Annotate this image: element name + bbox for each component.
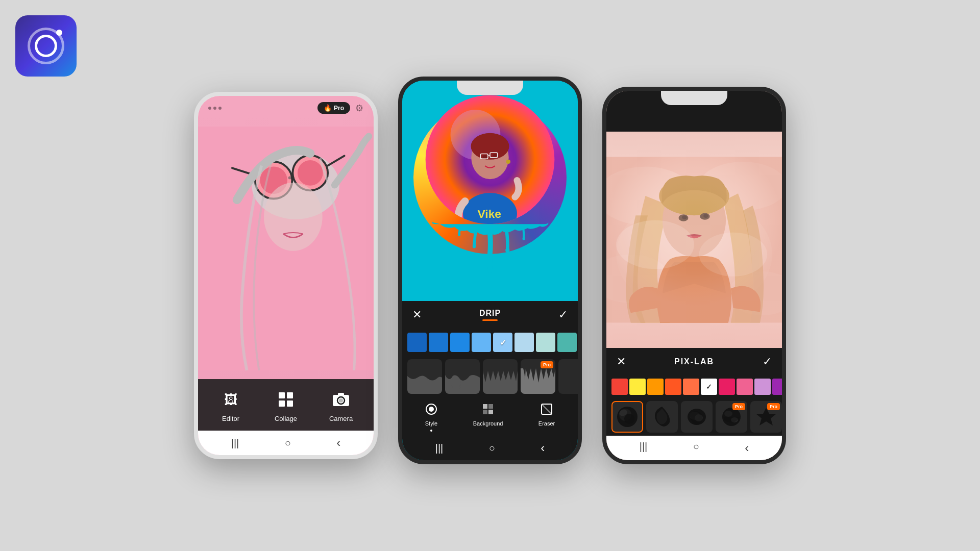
brush-thumb[interactable] [646,401,678,433]
color-swatch[interactable] [450,333,470,352]
color-swatch[interactable] [514,333,534,352]
editor-button[interactable]: 🖼 Editor [218,387,243,422]
pix-color-swatch[interactable] [683,379,699,395]
style-tool-icon [425,403,437,418]
settings-icon[interactable]: ⚙ [355,103,363,114]
phone-3: ✕ PIX-LAB ✓ [602,87,786,464]
phone2-nav: ||| ○ ‹ [402,436,578,460]
flame-icon: 🔥 [324,104,332,112]
active-indicator [430,430,432,432]
svg-rect-41 [488,404,493,409]
phone2-bottom-panel: ✕ DRIP ✓ [402,301,578,436]
style-tool[interactable]: Style [425,403,437,432]
pix-color-swatch-selected[interactable] [701,379,717,395]
style-thumb[interactable] [407,359,442,394]
editor-icon: 🖼 [218,387,243,412]
svg-rect-19 [338,393,344,396]
brush-thumb[interactable] [681,401,713,433]
phone3-nav: ||| ○ ‹ [606,436,782,460]
back-nav-icon[interactable]: ‹ [745,441,749,455]
style-tool-label: Style [425,420,437,427]
svg-point-18 [339,398,343,403]
pro-tag: Pro [767,403,780,410]
color-swatch[interactable] [557,333,577,352]
phones-container: 🔥 Pro ⚙ [0,0,980,551]
brush-thumb-selected[interactable] [611,401,643,433]
menu-nav-icon[interactable]: ||| [640,441,648,455]
pro-tag: Pro [732,403,745,410]
pixlab-color-row [606,375,782,398]
phone3-bottom-panel: ✕ PIX-LAB ✓ [606,348,782,436]
collage-button[interactable]: Collage [274,387,298,422]
svg-point-38 [429,407,434,412]
phone1-image [198,118,374,379]
svg-point-37 [458,233,460,236]
svg-point-34 [505,248,509,253]
color-swatch-selected[interactable] [493,333,512,352]
pixlab-brush-row: Pro Pro [606,398,782,436]
pix-color-swatch[interactable] [754,379,771,395]
color-swatch[interactable] [407,333,427,352]
phone1-nav: ||| ○ ‹ [198,431,374,455]
pro-label: Pro [334,105,344,112]
svg-point-60 [699,233,768,277]
phone3-image [606,132,782,348]
drip-close-button[interactable]: ✕ [412,308,422,321]
color-swatch[interactable] [472,333,491,352]
svg-point-36 [523,237,525,240]
eraser-tool[interactable]: Eraser [538,403,555,432]
menu-nav-icon[interactable]: ||| [435,442,444,454]
home-nav-icon[interactable]: ○ [489,442,495,454]
svg-point-63 [624,414,634,424]
drip-style-row: Pro Pro Pro [402,356,578,397]
drip-title: DRIP [479,309,501,318]
color-swatch[interactable] [429,333,448,352]
phone2-notch [457,81,523,95]
back-nav-icon[interactable]: ‹ [541,441,545,455]
color-swatch[interactable] [536,333,555,352]
svg-point-11 [264,183,323,251]
svg-point-59 [616,220,694,269]
phone-2: Vike [398,77,582,464]
style-thumb-pro[interactable]: Pro [521,359,555,394]
menu-nav-icon[interactable]: ||| [231,437,239,449]
pix-color-swatch[interactable] [719,379,735,395]
signal-indicator [208,107,222,110]
pixlab-confirm-button[interactable]: ✓ [763,355,772,368]
drip-confirm-button[interactable]: ✓ [558,308,568,321]
camera-icon [329,387,353,412]
svg-rect-13 [287,392,293,398]
svg-rect-12 [279,392,285,398]
svg-point-5 [298,160,323,186]
drip-title-container: DRIP [479,309,501,321]
svg-rect-40 [483,404,487,409]
home-nav-icon[interactable]: ○ [693,441,699,455]
svg-text:Vike: Vike [478,207,502,220]
style-thumb-pro[interactable]: Pro [558,359,578,394]
eraser-tool-icon [541,403,553,418]
brush-thumb-pro[interactable]: Pro [750,401,782,433]
style-thumb[interactable] [483,359,518,394]
camera-button[interactable]: Camera [329,387,353,422]
pix-color-swatch[interactable] [665,379,681,395]
pix-color-swatch[interactable] [772,379,782,395]
pix-color-swatch[interactable] [647,379,664,395]
style-thumb[interactable] [445,359,480,394]
eraser-tool-label: Eraser [538,420,555,427]
pixlab-close-button[interactable]: ✕ [617,355,626,368]
back-nav-icon[interactable]: ‹ [336,436,340,450]
pix-color-swatch[interactable] [611,379,628,395]
background-tool-label: Background [473,420,503,427]
title-underline [482,319,498,321]
pixlab-header: ✕ PIX-LAB ✓ [606,348,782,375]
brush-thumb-pro[interactable]: Pro [716,401,747,433]
svg-point-33 [487,266,493,273]
home-nav-icon[interactable]: ○ [285,437,291,449]
pix-color-swatch[interactable] [737,379,753,395]
svg-point-69 [724,411,732,417]
pro-badge[interactable]: 🔥 Pro [317,102,350,114]
pix-color-swatch[interactable] [629,379,646,395]
background-tool[interactable]: Background [473,403,503,432]
background-tool-icon [482,403,494,418]
drip-tools: Style Background [402,397,578,436]
